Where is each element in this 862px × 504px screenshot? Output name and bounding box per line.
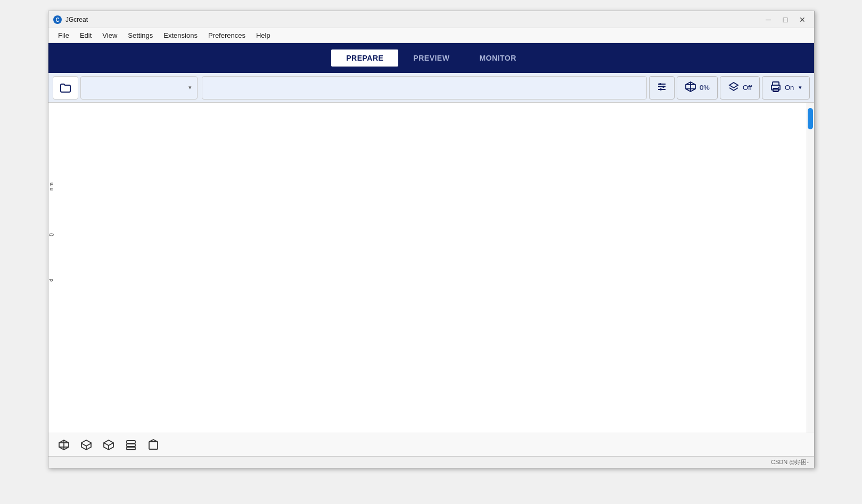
- toolbar: ▾: [48, 73, 814, 103]
- close-button[interactable]: ✕: [795, 14, 810, 25]
- watermark-text: CSDN @好困-: [771, 458, 809, 466]
- svg-line-25: [109, 443, 113, 445]
- menu-settings[interactable]: Settings: [122, 29, 158, 42]
- scroll-thumb[interactable]: [808, 108, 813, 129]
- svg-rect-29: [127, 447, 135, 450]
- path-area: [202, 76, 647, 100]
- svg-point-5: [662, 86, 664, 88]
- box-outline-button[interactable]: [144, 436, 162, 454]
- left-edge-text-1: n m: [48, 183, 55, 191]
- menu-bar: File Edit View Settings Extensions Prefe…: [48, 28, 814, 43]
- print-label: On: [785, 84, 794, 92]
- svg-point-7: [660, 88, 662, 90]
- left-edge-text-2: (): [48, 233, 55, 236]
- sliders-icon: [656, 81, 668, 94]
- app-logo: C: [53, 15, 62, 24]
- window-controls: ─ □ ✕: [761, 14, 810, 25]
- nav-bar: PREPARE PREVIEW MONITOR: [48, 43, 814, 73]
- sliders-button[interactable]: [649, 76, 675, 100]
- left-edge-text-3: d: [48, 279, 55, 282]
- svg-text:C: C: [55, 17, 59, 23]
- bottom-toolbar: [48, 433, 814, 456]
- menu-help[interactable]: Help: [251, 29, 276, 42]
- nav-tabs: PREPARE PREVIEW MONITOR: [331, 49, 531, 67]
- open-folder-button[interactable]: [53, 76, 78, 100]
- svg-rect-27: [127, 441, 135, 443]
- right-scrollbar[interactable]: [807, 103, 814, 433]
- svg-line-24: [104, 443, 109, 445]
- tab-prepare[interactable]: PREPARE: [331, 49, 398, 67]
- cube-icon: [685, 81, 696, 94]
- svg-point-16: [778, 87, 779, 88]
- app-title: JGcreat: [65, 16, 761, 23]
- percentage-value: 0%: [700, 84, 710, 92]
- menu-view[interactable]: View: [97, 29, 122, 42]
- box-half-button[interactable]: [100, 436, 118, 454]
- svg-point-3: [659, 83, 661, 85]
- menu-extensions[interactable]: Extensions: [158, 29, 203, 42]
- title-bar: C JGcreat ─ □ ✕: [48, 11, 814, 28]
- status-bar: CSDN @好困-: [48, 456, 814, 468]
- layer-label: Off: [743, 84, 752, 92]
- svg-rect-30: [149, 442, 158, 449]
- menu-preferences[interactable]: Preferences: [203, 29, 251, 42]
- percentage-button[interactable]: 0%: [677, 76, 718, 100]
- toolbar-right: 0% Off: [649, 76, 810, 100]
- tab-preview[interactable]: PREVIEW: [398, 49, 464, 67]
- menu-file[interactable]: File: [53, 29, 75, 42]
- menu-edit[interactable]: Edit: [75, 29, 97, 42]
- tab-monitor[interactable]: MONITOR: [464, 49, 531, 67]
- left-edge-panel: n m () d: [48, 183, 55, 282]
- print-dropdown-button[interactable]: On ▾: [762, 76, 810, 100]
- layers-button[interactable]: [122, 436, 140, 454]
- svg-rect-28: [127, 444, 135, 447]
- maximize-button[interactable]: □: [778, 14, 793, 25]
- layer-icon: [728, 81, 740, 94]
- main-content: n m () d: [48, 103, 814, 433]
- cube-view-button[interactable]: [55, 436, 73, 454]
- print-dropdown-arrow: ▾: [799, 84, 802, 91]
- minimize-button[interactable]: ─: [761, 14, 776, 25]
- file-dropdown-arrow: ▾: [188, 84, 192, 91]
- file-dropdown[interactable]: ▾: [80, 76, 198, 100]
- layer-button[interactable]: Off: [720, 76, 760, 100]
- svg-marker-12: [729, 82, 738, 88]
- print-icon: [770, 81, 782, 94]
- box-open-button[interactable]: [77, 436, 95, 454]
